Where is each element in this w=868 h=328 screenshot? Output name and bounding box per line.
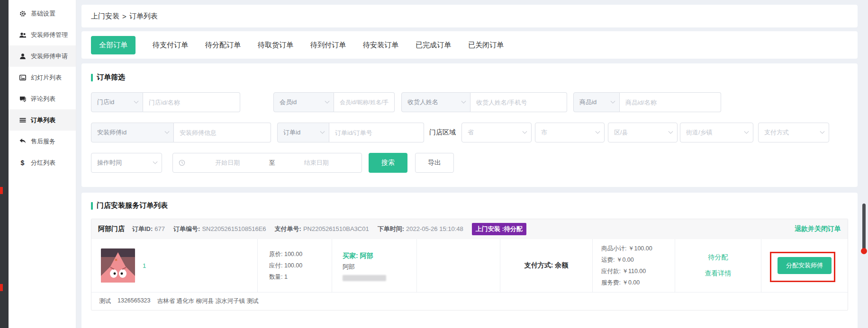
goods-keyword-input[interactable] xyxy=(620,92,721,112)
order-tabs: 全部订单 待支付订单 待分配订单 待取货订单 待到付订单 待安装订单 已完成订单… xyxy=(81,31,858,59)
installer-keyword-input[interactable] xyxy=(174,123,271,142)
chevron-down-icon xyxy=(153,159,158,164)
select-placeholder: 街道/乡镇 xyxy=(686,128,713,137)
tab-pending-install[interactable]: 待安装订单 xyxy=(363,41,398,50)
search-button[interactable]: 搜索 xyxy=(369,153,407,173)
pay-sn-label: 支付单号: xyxy=(275,225,301,232)
sidebar-item-comments[interactable]: 评论列表 xyxy=(9,88,76,109)
city-select[interactable]: 市 xyxy=(535,123,605,142)
chevron-down-icon xyxy=(325,98,330,103)
empty-cell xyxy=(416,239,500,292)
original-price: 原价: 100.00 xyxy=(269,248,332,260)
pay-method-cell: 支付方式: 余额 xyxy=(500,239,592,292)
product-quantity: 1 xyxy=(143,262,146,269)
breadcrumb-current: 订单列表 xyxy=(129,12,158,21)
operate-time-select[interactable]: 操作时间 xyxy=(91,153,162,173)
product-cell: 1 xyxy=(91,239,257,292)
sidebar-item-installer-apply[interactable]: 安装师傅申请 xyxy=(9,45,76,67)
sidebar-item-after-sales[interactable]: 售后服务 xyxy=(9,131,76,152)
price-cell: 原价: 100.00 应付: 100.00 数量: 1 xyxy=(257,239,332,292)
chevron-down-icon xyxy=(611,98,615,103)
refund-close-link[interactable]: 退款并关闭订单 xyxy=(795,225,841,233)
comment-icon xyxy=(19,95,26,102)
filter-row-3: 操作时间 开始日期 至 结束日期 搜索 导出 xyxy=(91,153,848,173)
installer-id-select[interactable]: 安装师傅id xyxy=(91,123,174,142)
buyer-line: 买家: 阿部 xyxy=(343,250,416,261)
date-to-label: 至 xyxy=(267,159,277,167)
export-button[interactable]: 导出 xyxy=(415,153,454,173)
receiver-name-select[interactable]: 收货人姓名 xyxy=(401,92,470,112)
goods-filter-combo: 商品id xyxy=(573,92,721,112)
scrollbar-thumb[interactable] xyxy=(862,204,866,250)
amounts-cell: 商品小计: ￥100.00 运费: ￥0.00 应付款: ￥110.00 服务费… xyxy=(592,239,675,292)
order-time-value: 2022-05-26 15:10:48 xyxy=(406,225,463,232)
receiver-phone: 1326565323 xyxy=(118,297,151,305)
assign-button-wrap: 分配安装师傅 xyxy=(778,257,832,274)
order-filter-panel: 订单筛选 门店id 会员id 收货人姓名 xyxy=(81,63,858,187)
receiver-address: 吉林省 通化市 柳河县 凉水河子镇 测试 xyxy=(157,297,259,305)
tab-closed[interactable]: 已关闭订单 xyxy=(468,41,504,50)
select-value: 操作时间 xyxy=(97,159,122,167)
tab-pending-pickup[interactable]: 待取货订单 xyxy=(258,41,293,50)
store-keyword-input[interactable] xyxy=(143,92,240,112)
sidebar-item-basic-settings[interactable]: 基础设置 xyxy=(9,3,76,24)
tab-pending-assignment[interactable]: 待分配订单 xyxy=(205,41,241,50)
sidebar-item-label: 分红列表 xyxy=(31,159,55,167)
member-id-select[interactable]: 会员id xyxy=(273,92,334,112)
district-select[interactable]: 区/县 xyxy=(608,123,678,142)
chevron-down-icon xyxy=(523,129,527,133)
receiver-name: 测试 xyxy=(99,297,111,305)
list-section-title: 门店安装服务订单列表 xyxy=(91,201,848,210)
member-keyword-input[interactable] xyxy=(334,92,395,112)
red-annotation-dot xyxy=(861,248,867,254)
breadcrumb-parent[interactable]: 上门安装 xyxy=(91,12,119,21)
receiver-keyword-input[interactable] xyxy=(470,92,567,112)
goods-id-select[interactable]: 商品id xyxy=(573,92,620,112)
select-placeholder: 支付方式 xyxy=(764,128,789,137)
title-accent-bar xyxy=(91,74,93,81)
tab-completed[interactable]: 已完成订单 xyxy=(416,41,451,50)
sidebar-item-dividend-list[interactable]: $ 分红列表 xyxy=(9,152,76,173)
chevron-down-icon xyxy=(320,129,325,133)
order-id: 订单ID:677 xyxy=(132,225,165,233)
status-badge: 上门安装 :待分配 xyxy=(472,223,526,235)
product-image xyxy=(101,248,135,283)
tab-all-orders[interactable]: 全部订单 xyxy=(91,36,136,54)
sidebar-item-label: 评论列表 xyxy=(31,95,55,103)
store-id-select[interactable]: 门店id xyxy=(91,92,143,112)
filter-row-2: 安装师傅id 订单id 门店区域 省 市 xyxy=(91,123,848,142)
order-keyword-input[interactable] xyxy=(329,123,424,142)
main-content: 上门安装 > 订单列表 全部订单 待支付订单 待分配订单 待取货订单 待到付订单… xyxy=(76,0,858,328)
order-id-label: 订单ID: xyxy=(132,225,153,232)
province-select[interactable]: 省 xyxy=(461,123,532,142)
dollar-icon: $ xyxy=(19,159,26,166)
pay-method-text: 支付方式: 余额 xyxy=(524,261,569,270)
view-detail-link[interactable]: 查看详情 xyxy=(705,269,732,278)
sidebar-item-label: 售后服务 xyxy=(31,137,55,146)
status-cell: 待分配 查看详情 xyxy=(675,239,761,292)
assign-installer-button[interactable]: 分配安装师傅 xyxy=(778,257,832,274)
order-id-select[interactable]: 订单id xyxy=(277,123,329,142)
date-range-picker[interactable]: 开始日期 至 结束日期 xyxy=(172,153,362,173)
sidebar-item-label: 安装师傅申请 xyxy=(31,52,68,61)
chevron-down-icon xyxy=(165,129,170,133)
pay-sn-value: PN2205261510BA3C01 xyxy=(303,225,369,232)
user-icon xyxy=(19,53,26,60)
sidebar-item-label: 安装师傅管理 xyxy=(31,31,68,39)
sidebar-item-order-list[interactable]: 订单列表 xyxy=(9,109,76,131)
sidebar: 基础设置 安装师傅管理 安装师傅申请 幻灯片列表 评论列表 订单列表 售后服 xyxy=(9,0,76,328)
tab-pending-cod[interactable]: 待到付订单 xyxy=(310,41,346,50)
sidebar-item-slides[interactable]: 幻灯片列表 xyxy=(9,67,76,88)
sidebar-item-label: 订单列表 xyxy=(31,116,55,124)
sidebar-item-installer-management[interactable]: 安装师傅管理 xyxy=(9,24,76,45)
end-date-placeholder[interactable]: 结束日期 xyxy=(277,159,356,167)
tab-pending-payment[interactable]: 待支付订单 xyxy=(153,41,188,50)
select-placeholder: 区/县 xyxy=(614,128,628,137)
title-accent-bar xyxy=(91,202,93,210)
reply-icon xyxy=(19,138,26,145)
pay-method-select[interactable]: 支付方式 xyxy=(758,123,829,142)
start-date-placeholder[interactable]: 开始日期 xyxy=(188,159,267,167)
order-time-label: 下单时间: xyxy=(378,225,404,232)
street-select[interactable]: 街道/乡镇 xyxy=(680,123,753,142)
filter-title-text: 订单筛选 xyxy=(97,73,125,82)
